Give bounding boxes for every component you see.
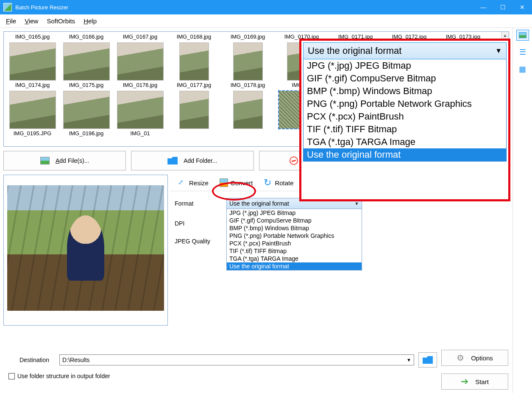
thumbnail-image xyxy=(115,89,165,130)
thumbnail-item[interactable]: IMG_0174.jpg xyxy=(6,82,59,130)
app-icon xyxy=(3,3,12,11)
maximize-button[interactable]: ☐ xyxy=(493,0,513,14)
thumbnail-item[interactable]: IMG_0177.jpg xyxy=(167,82,220,130)
destination-value: D:\Results xyxy=(62,357,90,363)
preview-pane xyxy=(3,175,168,326)
format-option[interactable]: GIF (*.gif) CompuServe Bitmap xyxy=(227,217,362,224)
thumbnail-item[interactable]: IMG_0196.jpg xyxy=(60,130,113,138)
view-details-button[interactable]: ▦ xyxy=(516,64,529,75)
chevron-down-icon: ▼ xyxy=(407,357,411,362)
thumbnail-item[interactable]: IMG_01 xyxy=(114,130,167,138)
thumbnail-filename: IMG_0167.jpg xyxy=(123,33,158,41)
browse-destination-button[interactable] xyxy=(418,352,437,368)
window-title: Batch Picture Resizer xyxy=(15,4,474,11)
thumbnails-icon xyxy=(519,32,526,38)
popup-format-option[interactable]: PCX (*.pcx) PaintBrush xyxy=(304,110,506,123)
use-folder-structure-checkbox[interactable] xyxy=(8,373,15,379)
popup-format-list[interactable]: JPG (*.jpg) JPEG BitmapGIF (*.gif) Compu… xyxy=(303,59,507,162)
thumbnail-filename: IMG_0175.jpg xyxy=(69,82,104,89)
gear-icon: ⚙ xyxy=(457,353,464,363)
close-button[interactable]: ✕ xyxy=(513,0,532,14)
thumbnail-item[interactable]: IMG_0165.jpg xyxy=(6,33,59,82)
popup-format-option[interactable]: BMP (*.bmp) Windows Bitmap xyxy=(304,85,506,98)
format-option[interactable]: PNG (*.png) Portable Network Graphics xyxy=(227,232,362,240)
jpeg-quality-label: JPEG Quality xyxy=(175,238,226,245)
remove-icon xyxy=(290,156,298,165)
destination-combo[interactable]: D:\Results ▼ xyxy=(59,354,414,365)
destination-label: Destination xyxy=(3,357,55,363)
resize-icon: ⤢ xyxy=(178,178,187,187)
tab-convert[interactable]: Convert xyxy=(214,176,258,190)
thumbnail-item[interactable]: IMG_0169.jpg xyxy=(221,33,274,82)
thumbnail-image xyxy=(61,89,111,130)
format-option[interactable]: BMP (*.bmp) Windows Bitmap xyxy=(227,224,362,232)
menu-help[interactable]: Help xyxy=(79,16,101,26)
tab-convert-label: Convert xyxy=(231,179,253,187)
minimize-button[interactable]: — xyxy=(474,0,493,14)
start-arrow-icon: ➔ xyxy=(461,376,468,387)
format-option[interactable]: PCX (*.pcx) PaintBrush xyxy=(227,240,362,247)
thumbnail-item[interactable]: IMG_0166.jpg xyxy=(60,33,113,82)
thumbnail-filename: IMG_0169.jpg xyxy=(231,33,265,41)
popup-format-option[interactable]: TGA (*.tga) TARGA Image xyxy=(304,136,506,148)
format-label: Format xyxy=(175,200,226,207)
thumbnail-item[interactable]: IMG_0167.jpg xyxy=(114,33,167,82)
view-mode-column: ☰ ▦ xyxy=(513,28,532,393)
preview-image xyxy=(7,185,164,311)
format-combo-list[interactable]: JPG (*.jpg) JPEG BitmapGIF (*.gif) Compu… xyxy=(226,209,362,270)
chevron-down-icon: ▼ xyxy=(354,201,359,206)
list-icon: ☰ xyxy=(519,47,526,57)
convert-icon xyxy=(220,178,228,187)
thumbnail-item[interactable]: IMG_0195.JPG xyxy=(6,130,59,138)
popup-format-option[interactable]: PNG (*.png) Portable Network Graphics xyxy=(304,98,506,110)
popup-format-option[interactable]: GIF (*.gif) CompuServe Bitmap xyxy=(304,72,506,85)
menu-view[interactable]: View xyxy=(20,16,42,26)
thumbnail-image xyxy=(223,89,273,130)
view-list-button[interactable]: ☰ xyxy=(516,47,529,58)
thumbnail-item[interactable]: IMG_0175.jpg xyxy=(60,82,113,130)
thumbnail-filename: IMG_0165.jpg xyxy=(15,33,50,41)
thumbnail-filename: IMG_0195.JPG xyxy=(14,130,52,138)
format-option[interactable]: TIF (*.tif) TIFF Bitmap xyxy=(227,247,362,255)
add-files-button[interactable]: Add File(s)... xyxy=(3,151,126,170)
menu-softorbits[interactable]: SoftOrbits xyxy=(42,16,79,26)
folder-icon xyxy=(423,356,433,364)
picture-icon xyxy=(40,157,50,164)
thumbnail-item[interactable]: IMG_0176.jpg xyxy=(114,82,167,130)
destination-row: Destination D:\Results ▼ xyxy=(3,350,437,371)
popup-combo-value: Use the original format xyxy=(308,45,401,56)
options-label: Options xyxy=(471,354,493,362)
thumbnail-filename: IMG_0176.jpg xyxy=(123,82,158,89)
start-label: Start xyxy=(475,378,489,385)
options-button[interactable]: ⚙ Options xyxy=(441,350,508,366)
view-thumbnails-button[interactable] xyxy=(516,30,529,41)
thumbnail-filename: IMG_0168.jpg xyxy=(177,33,212,41)
thumbnail-item[interactable]: IMG_0168.jpg xyxy=(167,33,220,82)
titlebar: Batch Picture Resizer — ☐ ✕ xyxy=(0,0,532,14)
thumbnail-image xyxy=(8,41,58,82)
popup-format-option[interactable]: JPG (*.jpg) JPEG Bitmap xyxy=(304,59,506,72)
thumbnail-filename: IMG_0196.jpg xyxy=(69,130,104,138)
thumbnail-image xyxy=(8,89,58,130)
start-button[interactable]: ➔ Start xyxy=(441,373,508,390)
format-option[interactable]: JPG (*.jpg) JPEG Bitmap xyxy=(227,209,362,217)
popup-format-option[interactable]: TIF (*.tif) TIFF Bitmap xyxy=(304,123,506,136)
popup-format-option[interactable]: Use the original format xyxy=(304,148,506,161)
thumbnail-item[interactable]: IMG_0178.jpg xyxy=(221,82,274,130)
rotate-icon: ↻ xyxy=(264,178,272,187)
menu-file[interactable]: File xyxy=(2,16,20,26)
thumbnail-image xyxy=(169,89,219,130)
format-option[interactable]: TGA (*.tga) TARGA Image xyxy=(227,255,362,262)
folder-icon xyxy=(167,157,178,164)
thumbnail-filename: IMG_0177.jpg xyxy=(177,82,212,89)
tab-rotate[interactable]: ↻ Rotate xyxy=(259,176,298,190)
add-folder-button[interactable]: Add Folder... xyxy=(131,151,253,170)
use-folder-structure-label: Use folder structure in output folder xyxy=(17,373,110,379)
tab-resize[interactable]: ⤢ Resize xyxy=(173,176,214,190)
format-option[interactable]: Use the original format xyxy=(227,262,362,270)
popup-format-combo[interactable]: Use the original format ▼ xyxy=(303,42,507,59)
thumbnail-filename: IMG_0166.jpg xyxy=(69,33,104,41)
thumbnail-image xyxy=(223,41,273,82)
add-folder-label: Add Folder... xyxy=(184,157,217,164)
use-folder-structure-row: Use folder structure in output folder xyxy=(3,373,437,379)
